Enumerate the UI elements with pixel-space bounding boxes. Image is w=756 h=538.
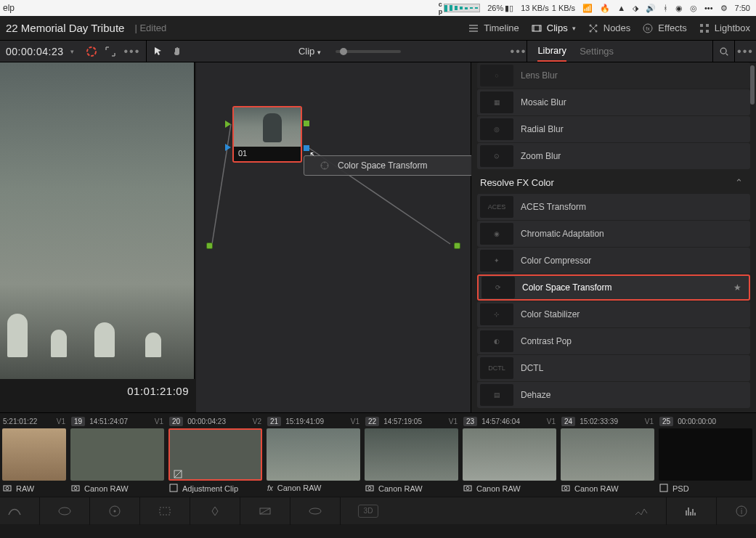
network-speed[interactable]: 13 KB/s1 KB/s	[521, 5, 575, 12]
fx-item-lens-blur[interactable]: ○Lens Blur	[477, 62, 750, 89]
clip-track: V1	[57, 417, 65, 425]
clip-cell-22[interactable]: 2214:57:19:05V1Canon RAW	[362, 413, 460, 497]
target-icon[interactable]	[107, 505, 122, 518]
tab-clips[interactable]: Clips ▾	[531, 23, 576, 34]
pan-tool[interactable]	[171, 46, 183, 57]
clip-thumbnail	[267, 428, 360, 481]
fx-item-zoom-blur[interactable]: ⊙Zoom Blur	[477, 143, 750, 169]
node-alpha-output[interactable]	[304, 145, 309, 151]
pointer-tool[interactable]	[153, 46, 164, 57]
triangle-icon[interactable]: ▲	[617, 4, 625, 12]
svg-text:fx: fx	[646, 26, 651, 31]
graph-input-node[interactable]	[206, 242, 213, 249]
clock[interactable]: 7:50	[735, 4, 750, 12]
key-icon[interactable]	[308, 505, 322, 518]
fx-item-chromatic-adaptation[interactable]: ◉Chromatic Adaptation	[477, 221, 750, 247]
bluetooth-icon[interactable]: ᚼ	[663, 4, 668, 12]
viewer-menu-icon[interactable]: •••	[123, 45, 140, 58]
drag-fx-label: Color Space Transform	[338, 160, 427, 171]
fx-item-contrast-pop[interactable]: ◐Contrast Pop	[477, 328, 750, 354]
volume-icon[interactable]: 🔊	[646, 4, 656, 13]
tab-effects[interactable]: fxEffects	[642, 23, 687, 34]
node-zoom-slider[interactable]	[336, 50, 401, 53]
clip-cell-23[interactable]: 2314:57:46:04V1Canon RAW	[460, 413, 558, 497]
clip-cell-21[interactable]: 2115:19:41:09V1fxCanon RAW	[264, 413, 362, 497]
clip-cell-24[interactable]: 2415:02:33:39V1Canon RAW	[558, 413, 657, 497]
color-picker-icon[interactable]	[86, 46, 97, 57]
chevron-down-icon[interactable]: ▾	[70, 48, 74, 55]
nodes-icon	[588, 23, 599, 34]
tab-timeline[interactable]: Timeline	[468, 23, 519, 34]
clip-cell-first[interactable]: 5:21:01:22V1RAW	[0, 413, 68, 497]
lightbox-icon	[699, 23, 710, 34]
scopes-icon[interactable]	[634, 505, 649, 518]
overflow-icon[interactable]: •••	[704, 4, 713, 12]
fx-thumb-icon: ⟳	[481, 277, 515, 298]
fx-item-color-stabilizer[interactable]: ⊹Color Stabilizer	[477, 301, 750, 327]
stereo-3d-button[interactable]: 3D	[358, 505, 378, 518]
clip-timecode: 14:51:24:07	[89, 417, 128, 425]
fx-item-dehaze[interactable]: ▤Dehaze	[477, 382, 750, 408]
tab-library[interactable]: Library	[537, 41, 566, 62]
control-center-icon[interactable]: ⚙	[720, 4, 728, 13]
wifi-icon[interactable]: 📶	[582, 4, 593, 13]
effects-icon: fx	[642, 23, 654, 34]
fx-category-color[interactable]: Resolve FX Color⌃	[477, 170, 750, 194]
info-icon[interactable]: i	[734, 505, 749, 518]
dropbox-icon[interactable]: ⬗	[633, 4, 638, 13]
project-status: | Edited	[134, 23, 166, 33]
fx-thumb-icon: ◉	[480, 223, 513, 245]
fx-item-mosaic-blur[interactable]: ▦Mosaic Blur	[477, 89, 750, 115]
node-graph[interactable]: 01 ↖ Color Space Transform	[196, 62, 471, 412]
rgb-input-icon	[225, 121, 231, 128]
waveform-icon[interactable]	[684, 505, 699, 518]
fx-thumb-icon: ⊙	[480, 145, 513, 167]
svg-text:i: i	[741, 508, 742, 515]
viewer-image[interactable]	[0, 62, 195, 379]
fx-thumb-icon: DCTL	[480, 357, 513, 379]
graph-output-node[interactable]	[454, 242, 460, 249]
node-rgb-output[interactable]	[304, 121, 309, 126]
window-icon[interactable]	[158, 505, 172, 518]
transform-icon	[319, 160, 330, 171]
menu-help[interactable]: elp	[0, 3, 15, 13]
curves-icon[interactable]	[7, 505, 22, 518]
clips-icon	[531, 23, 542, 34]
clip-thumbnail	[2, 428, 66, 481]
sync-icon[interactable]: ◉	[675, 4, 683, 13]
favorite-icon[interactable]: ★	[733, 282, 741, 293]
flame-icon[interactable]: 🔥	[600, 4, 610, 13]
blur-icon[interactable]	[258, 505, 272, 518]
library-menu-icon[interactable]: •••	[734, 41, 756, 62]
clip-cell-25[interactable]: 2500:00:00:00PSD	[657, 413, 755, 497]
tab-nodes[interactable]: Nodes	[588, 23, 631, 34]
clip-cell-19[interactable]: 1914:51:24:07V1Canon RAW	[68, 413, 166, 497]
tracker-icon[interactable]	[208, 505, 222, 518]
clip-timecode: 14:57:46:04	[481, 417, 520, 425]
search-button[interactable]	[712, 41, 734, 62]
node-menu-icon[interactable]: •••	[511, 45, 527, 58]
photoshop-icon	[659, 484, 668, 494]
tab-settings[interactable]: Settings	[580, 41, 614, 61]
fx-item-color-space-transform[interactable]: ⟳Color Space Transform★	[477, 274, 750, 301]
battery-status[interactable]: 26% ▮▯	[487, 4, 513, 13]
clip-mode-select[interactable]: Clip ▾	[298, 46, 321, 57]
color-node-01[interactable]: 01	[232, 106, 302, 163]
record-timecode[interactable]: 00:00:04:23	[6, 46, 63, 57]
tab-lightbox[interactable]: Lightbox	[699, 23, 750, 34]
expand-icon[interactable]	[105, 46, 116, 57]
node-thumbnail	[234, 107, 301, 147]
chevron-up-icon: ⌃	[735, 177, 743, 188]
record-icon[interactable]: ◎	[690, 4, 697, 13]
clip-cell-20[interactable]: 2000:00:04:23V2Adjustment Clip	[166, 413, 264, 497]
fx-item-color-compressor[interactable]: ✦Color Compressor	[477, 248, 750, 274]
svg-point-21	[368, 487, 371, 490]
clip-thumbnails-bar[interactable]: 5:21:01:22V1RAW1914:51:24:07V1Canon RAW2…	[0, 412, 756, 497]
effects-list[interactable]: ○Lens Blur ▦Mosaic Blur ◎Radial Blur ⊙Zo…	[471, 62, 756, 412]
fx-item-dctl[interactable]: DCTLDCTL	[477, 355, 750, 381]
cpu-meter-icon[interactable]: cp	[439, 1, 481, 15]
fx-item-radial-blur[interactable]: ◎Radial Blur	[477, 116, 750, 142]
qualifier-icon[interactable]	[57, 505, 72, 518]
fx-item-aces-transform[interactable]: ACESACES Transform	[477, 194, 750, 220]
scrollbar[interactable]	[750, 65, 755, 105]
